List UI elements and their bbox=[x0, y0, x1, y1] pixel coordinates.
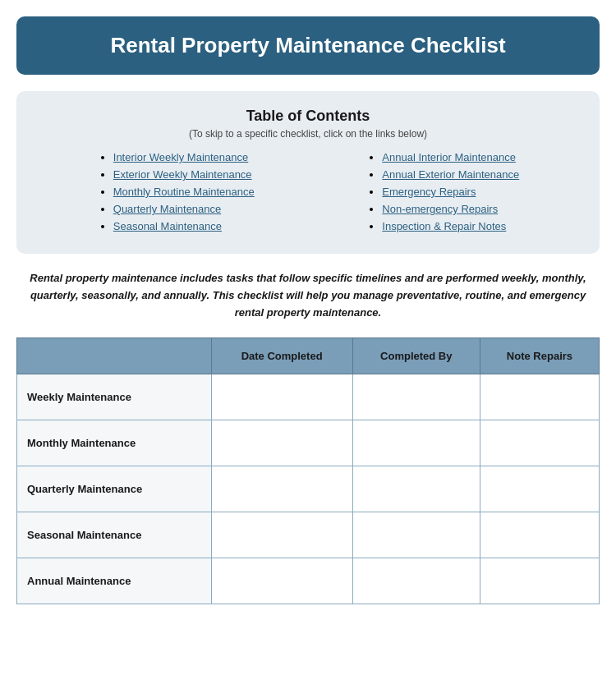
row-label-monthly: Monthly Maintenance bbox=[17, 420, 212, 466]
toc-link-interior-weekly[interactable]: Interior Weekly Maintenance bbox=[113, 151, 249, 163]
toc-link-annual-interior[interactable]: Annual Interior Maintenance bbox=[382, 151, 516, 163]
col-header-note-repairs: Note Repairs bbox=[480, 338, 599, 374]
table-row: Monthly Maintenance bbox=[17, 420, 600, 466]
toc-item[interactable]: Annual Interior Maintenance bbox=[382, 151, 519, 163]
toc-subtitle: (To skip to a specific checklist, click … bbox=[41, 128, 575, 140]
toc-link-emergency-repairs[interactable]: Emergency Repairs bbox=[382, 186, 476, 198]
toc-item[interactable]: Annual Exterior Maintenance bbox=[382, 168, 519, 181]
toc-columns: Interior Weekly Maintenance Exterior Wee… bbox=[41, 151, 575, 237]
toc-link-non-emergency[interactable]: Non-emergency Repairs bbox=[382, 203, 498, 215]
toc-item[interactable]: Non-emergency Repairs bbox=[382, 203, 519, 215]
row-notes-annual[interactable] bbox=[480, 558, 599, 604]
toc-item[interactable]: Interior Weekly Maintenance bbox=[113, 151, 255, 163]
col-header-label bbox=[17, 338, 212, 374]
row-label-quarterly: Quarterly Maintenance bbox=[17, 466, 212, 512]
toc-link-monthly-routine[interactable]: Monthly Routine Maintenance bbox=[113, 186, 255, 198]
table-header-row: Date Completed Completed By Note Repairs bbox=[17, 338, 600, 374]
table-row: Quarterly Maintenance bbox=[17, 466, 600, 512]
row-label-annual: Annual Maintenance bbox=[17, 558, 212, 604]
row-notes-weekly[interactable] bbox=[480, 374, 599, 420]
toc-title: Table of Contents bbox=[41, 108, 575, 125]
row-completed-weekly[interactable] bbox=[352, 374, 480, 420]
maintenance-table: Date Completed Completed By Note Repairs… bbox=[16, 337, 600, 604]
row-notes-seasonal[interactable] bbox=[480, 512, 599, 558]
toc-item[interactable]: Quarterly Maintenance bbox=[113, 203, 255, 215]
toc-left-column: Interior Weekly Maintenance Exterior Wee… bbox=[97, 151, 255, 237]
toc-item[interactable]: Emergency Repairs bbox=[382, 186, 519, 198]
row-completed-monthly[interactable] bbox=[352, 420, 480, 466]
toc-link-exterior-weekly[interactable]: Exterior Weekly Maintenance bbox=[113, 168, 252, 181]
col-header-date: Date Completed bbox=[211, 338, 352, 374]
toc-item[interactable]: Inspection & Repair Notes bbox=[382, 220, 519, 232]
page-title: Rental Property Maintenance Checklist bbox=[41, 33, 575, 58]
toc-item[interactable]: Monthly Routine Maintenance bbox=[113, 186, 255, 198]
row-completed-annual[interactable] bbox=[352, 558, 480, 604]
row-completed-seasonal[interactable] bbox=[352, 512, 480, 558]
toc-item[interactable]: Seasonal Maintenance bbox=[113, 220, 255, 232]
row-date-weekly[interactable] bbox=[211, 374, 352, 420]
toc-link-inspection-notes[interactable]: Inspection & Repair Notes bbox=[382, 220, 506, 232]
row-date-seasonal[interactable] bbox=[211, 512, 352, 558]
row-notes-monthly[interactable] bbox=[480, 420, 599, 466]
row-date-quarterly[interactable] bbox=[211, 466, 352, 512]
toc-right-column: Annual Interior Maintenance Annual Exter… bbox=[365, 151, 519, 237]
table-row: Annual Maintenance bbox=[17, 558, 600, 604]
col-header-completed-by: Completed By bbox=[352, 338, 480, 374]
row-notes-quarterly[interactable] bbox=[480, 466, 599, 512]
row-completed-quarterly[interactable] bbox=[352, 466, 480, 512]
toc-link-annual-exterior[interactable]: Annual Exterior Maintenance bbox=[382, 168, 519, 181]
row-label-seasonal: Seasonal Maintenance bbox=[17, 512, 212, 558]
table-row: Seasonal Maintenance bbox=[17, 512, 600, 558]
row-label-weekly: Weekly Maintenance bbox=[17, 374, 212, 420]
toc-link-quarterly[interactable]: Quarterly Maintenance bbox=[113, 203, 222, 215]
toc-item[interactable]: Exterior Weekly Maintenance bbox=[113, 168, 255, 181]
row-date-annual[interactable] bbox=[211, 558, 352, 604]
table-row: Weekly Maintenance bbox=[17, 374, 600, 420]
maintenance-table-container: Date Completed Completed By Note Repairs… bbox=[16, 337, 600, 604]
toc-link-seasonal[interactable]: Seasonal Maintenance bbox=[113, 220, 222, 232]
header-banner: Rental Property Maintenance Checklist bbox=[16, 16, 600, 75]
toc-container: Table of Contents (To skip to a specific… bbox=[16, 91, 600, 254]
description-text: Rental property maintenance includes tas… bbox=[25, 270, 591, 321]
row-date-monthly[interactable] bbox=[211, 420, 352, 466]
